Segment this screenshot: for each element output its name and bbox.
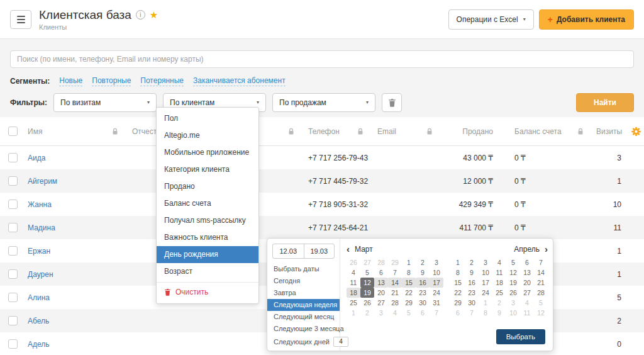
row-checkbox[interactable] [8,339,18,349]
quick-option[interactable]: Сегодня [267,275,340,287]
calendar-day[interactable]: 10 [479,268,492,278]
segment-link[interactable]: Повторные [92,76,131,86]
calendar-day[interactable]: 26 [360,298,374,308]
calendar-day[interactable]: 9 [416,268,430,278]
menu-item[interactable]: Важность клиента [157,229,258,246]
calendar-day[interactable]: 4 [492,257,506,268]
client-name-link[interactable]: Мадина [28,223,55,232]
quick-option[interactable]: Выбрать даты [267,263,340,275]
prev-month-arrow-icon[interactable]: ‹ [347,245,350,254]
calendar-day[interactable]: 4 [347,268,360,278]
calendar-day[interactable]: 9 [465,268,479,278]
calendar-day[interactable]: 2 [492,298,506,308]
calendar-day[interactable]: 4 [388,308,402,318]
column-header-email[interactable]: Email [371,127,440,136]
client-name-link[interactable]: Ержан [28,247,50,256]
row-checkbox[interactable] [8,316,18,325]
apply-date-button[interactable]: Выбрать [496,329,545,344]
add-client-button[interactable]: + Добавить клиента [539,9,634,30]
next-days-option[interactable]: Следующих дней [267,335,340,348]
calendar-day[interactable]: 6 [374,268,388,278]
row-checkbox[interactable] [8,200,18,209]
info-icon[interactable]: i [136,10,145,20]
table-row[interactable]: Мадина+7 717 245-64-21411 700 ₸0 ₸11 [0,216,644,239]
calendar-day[interactable]: 19 [506,278,520,288]
calendar-day[interactable]: 8 [402,268,416,278]
calendar-day[interactable]: 27 [520,288,534,298]
calendar-day[interactable]: 11 [347,278,360,288]
calendar-day[interactable]: 29 [451,298,465,308]
column-header-balance[interactable]: Баланс счета [497,127,591,136]
calendar-day[interactable]: 5 [534,298,548,308]
calendar-day[interactable]: 28 [374,257,388,268]
calendar-day[interactable]: 19 [360,288,374,298]
calendar-day[interactable]: 6 [416,308,430,318]
calendar-day[interactable]: 6 [520,257,534,268]
calendar-day[interactable]: 7 [534,257,548,268]
calendar-day[interactable]: 18 [347,288,360,298]
select-all-checkbox[interactable] [8,127,18,136]
calendar-day[interactable]: 12 [534,308,548,318]
calendar-day[interactable]: 2 [416,257,430,268]
calendar-day[interactable]: 13 [374,278,388,288]
client-name-link[interactable]: Жанна [28,200,52,209]
menu-item[interactable]: Категория клиента [157,161,258,178]
calendar-day[interactable]: 29 [388,257,402,268]
table-row[interactable]: Аида+7 717 256-79-4343 000 ₸0 ₸3 [0,146,644,169]
calendar-day[interactable]: 20 [374,288,388,298]
client-name-link[interactable]: Аида [28,154,45,162]
date-from-input[interactable] [273,244,304,258]
calendar-day[interactable]: 3 [374,308,388,318]
menu-item[interactable]: День рождения [157,246,258,263]
client-name-link[interactable]: Айгерим [28,177,57,186]
calendar-day[interactable]: 16 [465,278,479,288]
calendar-day[interactable]: 28 [388,298,402,308]
calendar-day[interactable]: 2 [465,257,479,268]
calendar-day[interactable]: 21 [388,288,402,298]
calendar-day[interactable]: 25 [492,288,506,298]
calendar-day[interactable]: 1 [347,308,360,318]
calendar-day[interactable]: 24 [430,288,443,298]
calendar-day[interactable]: 7 [388,268,402,278]
quick-option[interactable]: Следующий месяц [267,311,340,323]
calendar-day[interactable]: 5 [402,308,416,318]
calendar-day[interactable]: 30 [416,298,430,308]
client-name-link[interactable]: Алина [28,293,50,302]
calendar-day[interactable]: 17 [479,278,492,288]
client-name-link[interactable]: Даурен [28,270,53,279]
menu-item[interactable]: Пол [157,110,258,127]
calendar-day[interactable]: 2 [360,308,374,318]
calendar-day[interactable]: 6 [451,308,465,318]
calendar-day[interactable]: 11 [520,308,534,318]
calendar-day[interactable]: 22 [402,288,416,298]
menu-item[interactable]: Возраст [157,263,258,280]
segment-link[interactable]: Новые [59,76,82,86]
calendar-day[interactable]: 31 [430,298,443,308]
calendar-day[interactable]: 7 [465,308,479,318]
clear-filter-menu-item[interactable]: Очистить [157,282,258,301]
search-input[interactable] [10,50,634,68]
calendar-day[interactable]: 28 [534,288,548,298]
calendar-day[interactable]: 7 [430,308,443,318]
calendar-day[interactable]: 1 [451,257,465,268]
calendar-day[interactable]: 17 [430,278,443,288]
calendar-day[interactable]: 9 [492,308,506,318]
segment-link[interactable]: Заканчивается абонемент [193,76,286,86]
next-month-arrow-icon[interactable]: › [545,245,548,254]
calendar-day[interactable]: 3 [479,257,492,268]
calendar-day[interactable]: 5 [360,268,374,278]
quick-option[interactable]: Следующая неделя [267,299,340,311]
row-checkbox[interactable] [8,223,18,232]
row-checkbox[interactable] [8,293,18,302]
calendar-day[interactable]: 1 [479,298,492,308]
calendar-day[interactable]: 24 [479,288,492,298]
date-to-input[interactable] [304,244,335,258]
calendar-day[interactable]: 10 [506,308,520,318]
quick-option[interactable]: Завтра [267,287,340,299]
calendar-day[interactable]: 26 [506,288,520,298]
row-checkbox[interactable] [8,176,18,186]
excel-operations-button[interactable]: Операции с Excel ▾ [448,9,534,30]
calendar-day[interactable]: 23 [416,288,430,298]
calendar-day[interactable]: 12 [360,278,374,288]
calendar-day[interactable]: 20 [520,278,534,288]
